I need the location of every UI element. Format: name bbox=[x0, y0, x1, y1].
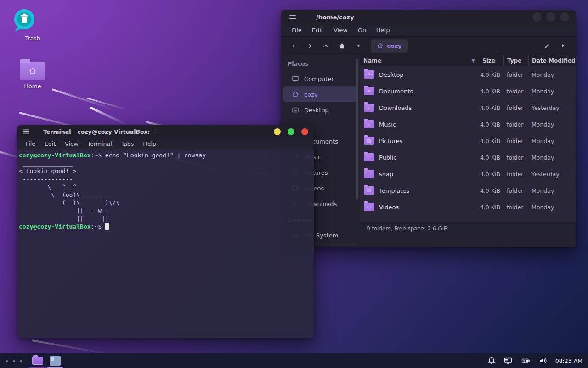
desktop-icon bbox=[292, 106, 299, 114]
list-header: Name ▼ Size Type Date Modified bbox=[360, 55, 576, 66]
file-list: •••Desktop 4.0 KiB folder Monday ≡Docume… bbox=[360, 66, 576, 222]
taskbar-dots[interactable] bbox=[6, 360, 22, 362]
forward-button[interactable] bbox=[303, 40, 317, 52]
taskbar-clock[interactable]: 08:23 AM bbox=[555, 357, 582, 364]
terminal-titlebar[interactable]: Terminal - cozy@cozy-VirtualBox: ~ bbox=[17, 125, 314, 138]
breadcrumb[interactable]: cozy bbox=[371, 39, 408, 53]
display-icon[interactable] bbox=[503, 356, 513, 365]
sidebar-item-desktop[interactable]: Desktop bbox=[283, 102, 358, 118]
wallpaper-streak bbox=[51, 88, 113, 110]
folder-icon-snap bbox=[364, 170, 374, 178]
folder-icon-templates: ▤ bbox=[364, 186, 374, 195]
menu-file[interactable]: File bbox=[287, 25, 307, 35]
minimize-button[interactable] bbox=[274, 128, 281, 135]
column-header-name[interactable]: Name ▼ bbox=[360, 55, 479, 66]
table-row[interactable]: ≡Documents 4.0 KiB folder Monday bbox=[360, 83, 576, 99]
edit-path-button[interactable] bbox=[540, 40, 554, 52]
pencil-icon bbox=[544, 43, 550, 49]
terminal-window: Terminal - cozy@cozy-VirtualBox: ~ File … bbox=[17, 125, 314, 338]
home-icon bbox=[339, 42, 345, 49]
menu-view[interactable]: View bbox=[328, 25, 353, 35]
menu-help[interactable]: Help bbox=[371, 25, 395, 35]
desktop-icon-label: Home bbox=[13, 83, 52, 90]
wallpaper-streak bbox=[32, 339, 109, 355]
maximize-button[interactable] bbox=[288, 128, 294, 135]
expand-button[interactable] bbox=[556, 40, 570, 52]
folder-icon-public: ∴ bbox=[364, 153, 374, 161]
terminal-prompt-line: cozy@cozy-VirtualBox:~$ bbox=[19, 223, 314, 230]
back-button[interactable] bbox=[287, 40, 300, 52]
menu-help[interactable]: Help bbox=[138, 139, 161, 149]
table-row[interactable]: snap 4.0 KiB folder Yesterday bbox=[360, 166, 576, 182]
home-icon bbox=[377, 42, 384, 49]
file-manager-window: /home/cozy File Edit View Go Help bbox=[281, 10, 576, 247]
minimize-button[interactable] bbox=[532, 12, 542, 22]
status-bar: 9 folders, Free space: 2.6 GiB bbox=[360, 222, 576, 235]
home-icon bbox=[292, 91, 299, 98]
taskbar: 08:23 AM bbox=[0, 353, 588, 368]
terminal-screen[interactable]: cozy@cozy-VirtualBox:~$ echo "Lookin goo… bbox=[17, 150, 314, 338]
sidebar-scrollbar[interactable] bbox=[356, 59, 358, 200]
table-row[interactable]: ▨Pictures 4.0 KiB folder Monday bbox=[360, 132, 576, 149]
maximize-button[interactable] bbox=[546, 12, 555, 22]
folder-icon-downloads: ↓ bbox=[364, 104, 374, 112]
folder-icon bbox=[32, 356, 43, 365]
table-row[interactable]: ↓Downloads 4.0 KiB folder Yesterday bbox=[360, 99, 576, 116]
chevron-up-icon bbox=[322, 43, 329, 49]
chevron-right-icon bbox=[306, 43, 313, 49]
sidebar-item-cozy[interactable]: cozy bbox=[283, 86, 358, 102]
folder-icon-desktop: ••• bbox=[364, 70, 374, 79]
menu-view[interactable]: View bbox=[60, 139, 83, 149]
chevron-left-icon bbox=[290, 43, 297, 49]
menu-edit[interactable]: Edit bbox=[307, 25, 328, 35]
menu-terminal[interactable]: Terminal bbox=[83, 139, 117, 149]
file-manager-titlebar[interactable]: /home/cozy bbox=[281, 10, 576, 24]
breadcrumb-collapse-button[interactable] bbox=[351, 40, 365, 52]
notification-bell-icon[interactable] bbox=[487, 356, 496, 365]
file-manager-toolbar: cozy bbox=[281, 37, 576, 55]
taskbar-button-file-manager[interactable] bbox=[29, 353, 46, 368]
folder-icon-videos: ▭ bbox=[364, 203, 374, 211]
menu-tabs[interactable]: Tabs bbox=[117, 139, 139, 149]
column-header-type[interactable]: Type bbox=[503, 55, 528, 66]
hamburger-menu-icon[interactable] bbox=[289, 17, 296, 17]
close-button[interactable] bbox=[301, 128, 308, 135]
table-row[interactable]: ♪Music 4.0 KiB folder Monday bbox=[360, 116, 576, 132]
volume-icon[interactable] bbox=[538, 356, 548, 365]
folder-icon-pictures: ▨ bbox=[364, 137, 374, 145]
battery-icon[interactable] bbox=[520, 356, 531, 365]
terminal-menubar: File Edit View Terminal Tabs Help bbox=[17, 138, 314, 150]
sidebar-item-computer[interactable]: Computer bbox=[283, 71, 358, 86]
terminal-command: echo "Lookin good!" | cowsay bbox=[102, 152, 206, 159]
menu-go[interactable]: Go bbox=[353, 25, 371, 35]
places-header: Places bbox=[281, 55, 360, 71]
home-folder-icon bbox=[20, 62, 45, 80]
column-header-date-modified[interactable]: Date Modified bbox=[528, 55, 576, 66]
folder-icon-music: ♪ bbox=[364, 120, 374, 128]
taskbar-button-terminal[interactable] bbox=[46, 353, 64, 368]
house-glyph-icon bbox=[28, 66, 38, 76]
wallpaper-streak bbox=[90, 106, 126, 125]
column-header-size[interactable]: Size bbox=[479, 55, 503, 66]
triangle-right-icon bbox=[561, 44, 565, 48]
terminal-cursor bbox=[105, 223, 109, 230]
home-button[interactable] bbox=[335, 40, 349, 52]
desktop-icon-label: Trash bbox=[13, 35, 52, 42]
close-button[interactable] bbox=[560, 12, 569, 22]
hamburger-menu-icon[interactable] bbox=[23, 131, 29, 132]
table-row[interactable]: ▭Videos 4.0 KiB folder Monday bbox=[360, 199, 576, 215]
folder-icon-documents: ≡ bbox=[364, 87, 374, 95]
menu-edit[interactable]: Edit bbox=[40, 139, 60, 149]
computer-icon bbox=[292, 75, 299, 82]
menu-file[interactable]: File bbox=[21, 139, 40, 149]
table-row[interactable]: •••Desktop 4.0 KiB folder Monday bbox=[360, 66, 576, 83]
terminal-prompt-line: cozy@cozy-VirtualBox:~$ echo "Lookin goo… bbox=[19, 151, 314, 159]
up-button[interactable] bbox=[319, 40, 333, 52]
table-row[interactable]: ▤Templates 4.0 KiB folder Monday bbox=[360, 182, 576, 199]
table-row[interactable]: ∴Public 4.0 KiB folder Monday bbox=[360, 149, 576, 166]
sort-indicator-icon: ▼ bbox=[471, 58, 475, 63]
window-title: Terminal - cozy@cozy-VirtualBox: ~ bbox=[43, 128, 157, 135]
desktop-icon-trash[interactable]: Trash bbox=[13, 8, 52, 42]
desktop-icon-home[interactable]: Home bbox=[13, 58, 52, 90]
breadcrumb-label: cozy bbox=[387, 42, 402, 49]
